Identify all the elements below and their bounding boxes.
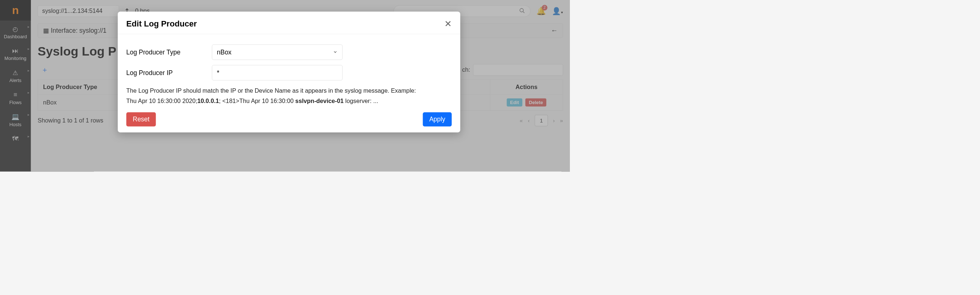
close-icon[interactable]: ✕ [444, 18, 452, 29]
form-row-type: Log Producer Type nBox [126, 44, 452, 60]
producer-type-value: nBox [217, 49, 232, 56]
modal-header: Edit Log Producer ✕ [118, 11, 460, 34]
producer-type-select[interactable]: nBox [212, 44, 343, 60]
modal-footer: Reset Apply [118, 108, 460, 132]
form-row-ip: Log Producer IP [126, 65, 452, 81]
edit-log-producer-modal: Edit Log Producer ✕ Log Producer Type nB… [118, 11, 460, 132]
chevron-down-icon [333, 49, 337, 56]
modal-body: Log Producer Type nBox Log Producer IP T… [118, 34, 460, 108]
producer-ip-input[interactable] [212, 65, 343, 81]
producer-ip-label: Log Producer IP [126, 69, 212, 76]
reset-button[interactable]: Reset [126, 112, 156, 126]
producer-ip-help: The Log Producer IP should match the IP … [126, 86, 452, 106]
apply-button[interactable]: Apply [423, 112, 452, 126]
modal-title: Edit Log Producer [126, 19, 197, 29]
producer-type-label: Log Producer Type [126, 49, 212, 56]
